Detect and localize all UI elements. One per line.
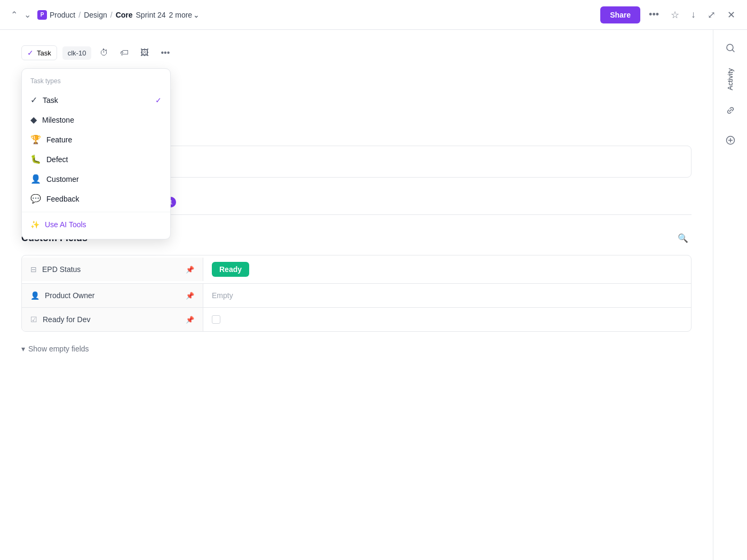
field-label-owner: 👤 Product Owner 📌 [22,284,203,307]
more-toolbar-icon[interactable]: ••• [157,45,173,61]
ready-dev-field-icon: ☑ [30,315,37,324]
task-id-badge: clk-10 [62,46,92,60]
task-type-icon: ✓ [30,95,37,105]
nav-arrows: ⌃ ⌄ [9,7,33,22]
expand-button[interactable]: ⤢ [704,6,719,24]
show-empty-label: Show empty fields [28,345,89,353]
nav-up-button[interactable]: ⌃ [9,7,20,22]
dropdown-title: Task types [22,74,170,90]
field-row-ready-dev: ☑ Ready for Dev 📌 [22,308,691,331]
timer-icon[interactable]: ⏱ [97,45,112,61]
breadcrumb-sprint[interactable]: Sprint 24 [136,11,166,19]
customer-label: Customer [46,175,79,183]
top-bar: ⌃ ⌄ P Product / Design / Core Sprint 24 … [0,0,747,30]
owner-field-icon: 👤 [30,291,39,300]
chevron-down-icon: ⌄ [193,11,200,19]
field-row-epd-status: ⊟ EPD Status 📌 Ready [22,255,691,284]
dropdown-item-customer-left: 👤 Customer [30,174,79,184]
feedback-label: Feedback [46,195,79,203]
feature-icon: 🏆 [30,134,41,145]
task-selected-check: ✓ [155,96,162,105]
field-label-ready-dev: ☑ Ready for Dev 📌 [22,308,203,331]
epd-field-icon: ⊟ [30,265,37,274]
breadcrumb-more[interactable]: 2 more ⌄ [169,11,200,19]
breadcrumb: P Product / Design / Core Sprint 24 2 mo… [37,10,200,20]
owner-pin-icon[interactable]: 📌 [186,292,194,300]
breadcrumb-design[interactable]: Design [84,11,107,19]
defect-icon: 🐛 [30,154,41,164]
close-button[interactable]: ✕ [724,6,738,24]
star-button[interactable]: ☆ [667,6,682,24]
top-bar-right: Share ••• ☆ ↓ ⤢ ✕ [600,6,738,24]
top-bar-left: ⌃ ⌄ P Product / Design / Core Sprint 24 … [9,7,200,22]
field-label-epd: ⊟ EPD Status 📌 [22,258,203,281]
download-button[interactable]: ↓ [688,6,699,23]
feature-label: Feature [46,135,72,144]
fields-table: ⊟ EPD Status 📌 Ready 👤 Product Owner 📌 E… [21,255,692,332]
task-label: Task [37,49,51,57]
svg-line-10 [732,50,734,52]
ai-tools-item[interactable]: ✨ Use AI Tools [22,215,170,234]
dropdown-item-feedback-left: 💬 Feedback [30,194,79,204]
field-value-epd[interactable]: Ready [203,255,691,283]
dropdown-item-task-left: ✓ Task [30,95,58,105]
task-type-task-label: Task [43,96,58,105]
more-options-button[interactable]: ••• [646,6,662,23]
breadcrumb-product[interactable]: P Product [37,10,75,20]
share-button[interactable]: Share [600,6,640,23]
show-empty-fields[interactable]: ▾ Show empty fields [21,340,692,357]
task-check-icon: ✓ [27,49,34,57]
dropdown-item-customer[interactable]: 👤 Customer [22,169,170,189]
dropdown-item-defect-left: 🐛 Defect [30,154,68,164]
breadcrumb-sep-1: / [78,11,81,19]
content-area: ✓ Task clk-10 ⏱ 🏷 🖼 ••• Task types ✓ Tas… [0,30,713,560]
tag-icon[interactable]: 🏷 [117,45,132,61]
ai-tools-icon: ✨ [30,220,39,229]
main-layout: ✓ Task clk-10 ⏱ 🏷 🖼 ••• Task types ✓ Tas… [0,30,747,560]
field-row-product-owner: 👤 Product Owner 📌 Empty [22,284,691,308]
toolbar-row: ✓ Task clk-10 ⏱ 🏷 🖼 ••• Task types ✓ Tas… [21,45,692,61]
image-icon[interactable]: 🖼 [137,45,152,61]
dropdown-item-feature[interactable]: 🏆 Feature [22,130,170,149]
sidebar-search-icon[interactable] [721,38,740,58]
owner-empty: Empty [212,291,233,300]
breadcrumb-sep-2: / [110,11,113,19]
status-ready-badge[interactable]: Ready [212,262,249,277]
ready-dev-checkbox[interactable] [212,315,220,324]
ai-tools-label: Use AI Tools [45,220,86,229]
sidebar-search [721,38,740,58]
ready-dev-pin-icon[interactable]: 📌 [186,316,194,324]
field-value-owner[interactable]: Empty [203,284,691,307]
breadcrumb-core[interactable]: Core [116,11,133,19]
defect-label: Defect [46,155,68,164]
breadcrumb-more-label: 2 more [169,11,193,19]
feedback-icon: 💬 [30,194,41,204]
owner-label: Product Owner [45,291,94,300]
dropdown-item-task[interactable]: ✓ Task ✓ [22,90,170,110]
sidebar-link-icon[interactable] [721,101,740,120]
dropdown-item-feature-left: 🏆 Feature [30,134,72,145]
product-icon: P [37,10,47,20]
milestone-icon: ◆ [30,115,37,125]
product-label: Product [50,11,75,19]
activity-label[interactable]: Activity [726,68,734,90]
chevron-down-small-icon: ▾ [21,345,25,353]
right-sidebar: Activity [713,30,747,560]
dropdown-item-milestone-left: ◆ Milestone [30,115,74,125]
epd-pin-icon[interactable]: 📌 [186,266,194,274]
search-fields-icon[interactable]: 🔍 [674,230,692,246]
dropdown-divider [22,212,170,212]
task-type-button[interactable]: ✓ Task [21,45,57,60]
field-value-ready-dev[interactable] [203,309,691,330]
dropdown-item-defect[interactable]: 🐛 Defect [22,149,170,169]
customer-icon: 👤 [30,174,41,184]
task-type-dropdown: Task types ✓ Task ✓ ◆ Milestone [21,68,171,239]
sidebar-add-icon[interactable] [721,131,740,150]
dropdown-item-feedback[interactable]: 💬 Feedback [22,189,170,209]
ready-dev-label: Ready for Dev [43,315,90,324]
epd-label: EPD Status [42,265,81,274]
dropdown-item-milestone[interactable]: ◆ Milestone [22,110,170,130]
nav-down-button[interactable]: ⌄ [22,7,33,22]
milestone-label: Milestone [42,116,74,124]
